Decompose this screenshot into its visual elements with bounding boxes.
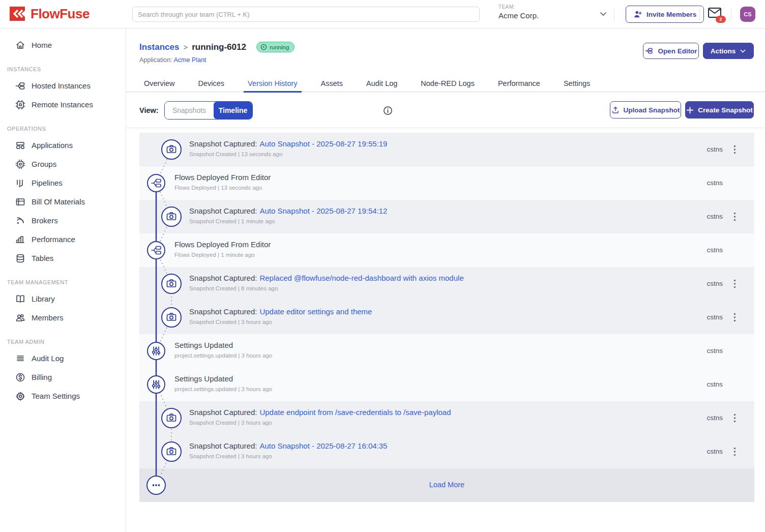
sidebar-item-audit-log[interactable]: Audit Log [0,349,126,368]
snapshot-link[interactable]: Auto Snapshot - 2025-08-27 19:54:12 [259,206,387,215]
sidebar-item-groups[interactable]: Groups [0,155,126,173]
search-input[interactable] [132,7,480,22]
timeline-row-snapshot: Snapshot Captured:Auto Snapshot - 2025-0… [139,200,754,233]
view-toggle: Snapshots Timeline [164,101,253,120]
upload-snapshot-label: Upload Snapshot [624,106,680,114]
flowfuse-logo[interactable]: FlowFuse [8,6,90,22]
upload-snapshot-button[interactable]: Upload Snapshot [610,101,681,119]
members-icon [15,313,25,323]
kebab-menu-button[interactable] [729,412,740,424]
sidebar-item-applications[interactable]: Applications [0,136,126,155]
sidebar-item-members[interactable]: Members [0,308,126,327]
sidebar-item-library[interactable]: Library [0,289,126,308]
applications-icon [15,140,25,151]
toggle-snapshots[interactable]: Snapshots [165,102,214,119]
sidebar-item-label: Tables [32,254,53,262]
sidebar-item-home[interactable]: Home [0,36,126,54]
timeline-user: cstns [707,313,723,321]
timeline-meta: Snapshot Created | 1 minute ago [189,218,387,224]
snapshot-link[interactable]: Update endpoint from /save-credentials t… [259,408,451,417]
snapshot-link[interactable]: Auto Snapshot - 2025-08-27 19:55:19 [259,139,387,148]
create-snapshot-button[interactable]: Create Snapshot [685,101,754,119]
performance-icon [15,234,25,245]
sidebar-item-brokers[interactable]: Brokers [0,211,126,230]
application-line: Application: Acme Plant [139,56,206,64]
tab-settings[interactable]: Settings [564,75,590,92]
tab-audit-log[interactable]: Audit Log [366,75,397,92]
library-icon [15,294,25,304]
invite-members-button[interactable]: Invite Members [626,6,704,23]
timeline-row-snapshot: Snapshot Captured:Update endpoint from /… [139,401,754,435]
sidebar-item-label: Bill Of Materials [32,197,85,206]
snapshot-link[interactable]: Auto Snapshot - 2025-08-27 16:04:35 [259,441,387,450]
team-selector[interactable]: TEAM: Acme Corp. [498,4,539,20]
timeline-user: cstns [707,280,723,287]
status-badge: running [256,42,295,52]
snapshot-title: Snapshot Captured: [189,206,257,215]
tab-performance[interactable]: Performance [498,75,540,92]
kebab-menu-button[interactable] [729,446,740,458]
info-icon[interactable] [383,106,393,115]
sidebar-item-pipelines[interactable]: Pipelines [0,173,126,192]
billing-icon [15,372,25,382]
kebab-menu-button[interactable] [729,143,740,156]
chevron-down-icon[interactable] [599,10,607,18]
editor-flow-icon [644,47,654,55]
timeline-row-event: Flows Deployed From Editor Flows Deploye… [139,166,754,200]
load-more-link[interactable]: Load More [139,481,754,489]
toggle-timeline[interactable]: Timeline [214,102,252,119]
application-label: Application: [139,56,172,64]
timeline-user: cstns [707,213,723,220]
brand-name: FlowFuse [31,6,90,22]
tab-devices[interactable]: Devices [198,75,224,92]
create-snapshot-label: Create Snapshot [698,106,752,114]
open-editor-button[interactable]: Open Editor [643,43,699,59]
sidebar-item-performance[interactable]: Performance [0,230,126,249]
event-title: Flows Deployed From Editor [174,240,271,249]
timeline-meta: Snapshot Created | 3 hours ago [189,420,451,426]
sidebar-item-label: Performance [32,235,75,244]
tab-version-history[interactable]: Version History [248,75,298,92]
divider [614,8,614,21]
tab-assets[interactable]: Assets [321,75,343,92]
notification-badge: 2 [716,16,726,23]
breadcrumb-separator: > [183,43,188,51]
audit-log-icon [15,353,25,364]
snapshot-link[interactable]: Replaced @flowfuse/node-red-dashboard wi… [259,274,463,282]
tab-overview[interactable]: Overview [144,75,174,92]
divider [731,8,731,21]
kebab-menu-button[interactable] [729,211,740,223]
divider [699,8,700,21]
sidebar-item-remote-instances[interactable]: Remote Instances [0,95,126,114]
kebab-menu-button[interactable] [729,278,740,290]
timeline-user: cstns [707,145,723,153]
timeline-meta: Snapshot Created | 3 hours ago [189,319,372,325]
sidebar-item-team-settings[interactable]: Team Settings [0,387,126,405]
snapshot-link[interactable]: Update editor settings and theme [259,307,372,316]
application-link[interactable]: Acme Plant [173,56,206,64]
user-plus-icon [633,10,642,19]
kebab-menu-button[interactable] [729,311,740,323]
timeline-meta: Flows Deployed | 13 seconds ago [174,185,271,191]
home-icon [15,40,25,50]
sidebar-item-hosted-instances[interactable]: Hosted Instances [0,76,126,95]
sidebar-section-instances: INSTANCES [0,54,126,76]
sidebar-item-label: Team Settings [32,392,80,400]
snapshot-title: Snapshot Captured: [189,408,257,417]
breadcrumb-instances-link[interactable]: Instances [139,42,179,52]
user-avatar[interactable]: CS [740,7,755,22]
remote-instances-icon [15,100,25,110]
sidebar-item-billing[interactable]: Billing [0,368,126,387]
hosted-instances-icon [15,81,25,91]
sidebar: Home INSTANCES Hosted Instances Remote I… [0,28,126,532]
sidebar-item-label: Applications [32,141,73,150]
timeline-meta: project.settings.updated | 3 hours ago [174,386,272,392]
timeline-row-event: Settings Updated project.settings.update… [139,334,754,368]
sidebar-item-tables[interactable]: Tables [0,249,126,268]
tab-node-red-logs[interactable]: Node-RED Logs [421,75,475,92]
sidebar-item-bill-of-materials[interactable]: Bill Of Materials [0,192,126,211]
notifications-button[interactable]: 2 [708,7,723,22]
actions-button[interactable]: Actions [703,43,754,59]
timeline-meta: Flows Deployed | 1 minute ago [174,252,271,258]
event-title: Flows Deployed From Editor [174,173,271,182]
